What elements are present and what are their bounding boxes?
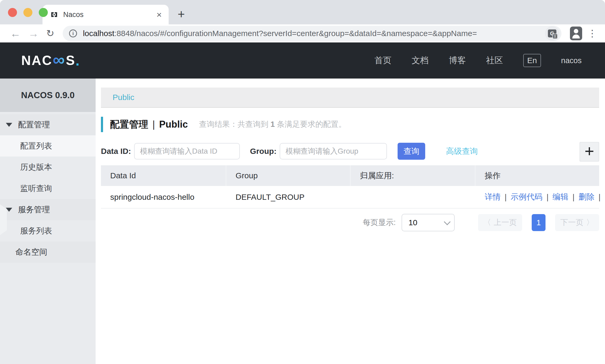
profile-icon[interactable] [570,27,582,40]
namespace-tab-public[interactable]: Public [113,93,134,102]
browser-toolbar: ← → ↻ i localhost:8848/nacos/#/configura… [0,24,605,42]
url-path: :8848/nacos/#/configurationManagement?se… [114,29,477,38]
table-row: springcloud-nacos-hello DEFAULT_GROUP 详情… [101,186,599,209]
logo-dot: . [75,53,80,68]
config-table: Data Id Group 归属应用: 操作 springcloud-nacos… [101,165,599,209]
add-config-button[interactable]: + [580,142,599,162]
dataid-label: Data ID: [101,147,131,156]
reload-icon[interactable]: ↻ [46,29,54,38]
page-size-value: 10 [408,218,417,227]
query-result-summary: 查询结果：共查询到1条满足要求的配置。 [199,119,346,130]
sidebar-group-label: 服务管理 [18,204,50,215]
new-tab-icon[interactable]: + [178,8,185,20]
action-separator: | [547,193,549,202]
url-host: localhost [83,29,114,38]
page-title: 配置管理 | Public [110,118,188,131]
sidebar-menu: 配置管理 配置列表 历史版本 监听查询 服务管理 服务列表 [0,112,96,263]
sidebar-collapse-handle[interactable] [0,204,7,235]
browser-tab-nacos[interactable]: Nacos × [42,5,169,24]
next-page-button[interactable]: 下一页 〉 [555,214,599,231]
title-accent-bar [101,117,103,132]
cell-dataid: springcloud-nacos-hello [101,186,226,208]
column-header-actions: 操作 [475,165,599,186]
advanced-query-link[interactable]: 高级查询 [446,146,478,157]
sidebar-item-listening-query[interactable]: 监听查询 [0,178,96,199]
sidebar-group-label: 配置管理 [18,119,50,130]
sidebar-item-service-list[interactable]: 服务列表 [0,220,96,241]
group-label: Group: [250,147,276,156]
next-label: 下一页 [560,217,583,228]
column-header-app: 归属应用: [351,165,475,186]
minimize-window-button[interactable] [23,8,32,17]
action-separator: | [598,193,600,202]
username[interactable]: nacos [561,56,582,65]
page-size-select[interactable]: 10 [402,214,455,231]
namespace-tabbar: Public [101,88,599,108]
action-separator: | [573,193,575,202]
action-details-link[interactable]: 详情 [485,192,501,202]
back-icon[interactable]: ← [10,28,21,39]
prev-page-button[interactable]: 〈 上一页 [478,214,522,231]
nacos-favicon-icon [50,10,58,19]
url-text[interactable]: localhost:8848/nacos/#/configurationMana… [83,29,545,38]
summary-count: 1 [270,120,275,128]
action-delete-link[interactable]: 删除 [578,192,594,202]
url-bar[interactable]: i localhost:8848/nacos/#/configurationMa… [63,26,561,41]
pagination: 每页显示: 10 〈 上一页 1 下一页 〉 [101,214,599,231]
action-separator: | [505,193,507,202]
action-edit-link[interactable]: 编辑 [553,192,569,202]
browser-menu-icon[interactable]: ⋮ [587,28,597,39]
logo-text-right: S [66,54,75,67]
app-header: NAC∞S. 首页 文档 博客 社区 En nacos [0,42,605,79]
app-shell: NACOS 0.9.0 配置管理 配置列表 历史版本 监听查询 服务管理 [0,79,605,364]
chevron-down-icon [6,123,12,127]
window-controls [8,8,48,17]
cell-group: DEFAULT_GROUP [226,186,351,208]
next-arrow-icon: 〉 [586,217,594,228]
forward-icon[interactable]: → [28,28,39,39]
prev-label: 上一页 [494,217,517,228]
nav-home[interactable]: 首页 [374,55,391,66]
cell-app [351,186,475,208]
sidebar-item-label: 服务列表 [20,226,52,236]
close-tab-icon[interactable]: × [156,10,162,19]
app-nav: 首页 文档 博客 社区 En nacos [374,54,582,67]
sidebar-item-namespace[interactable]: 命名空间 [0,241,96,263]
translate-cjk-glyph: 文 [552,34,558,39]
dataid-input[interactable] [134,143,240,159]
sidebar-group-config-management[interactable]: 配置管理 [0,114,96,135]
site-info-icon[interactable]: i [69,29,77,37]
maximize-window-button[interactable] [39,8,48,17]
chevron-down-icon [444,218,450,225]
summary-prefix: 查询结果：共查询到 [199,120,268,128]
translate-icon[interactable]: G 文 [545,26,559,41]
language-toggle-button[interactable]: En [523,54,541,67]
sidebar-item-config-list[interactable]: 配置列表 [0,135,96,157]
tab-strip: Nacos × + [0,0,605,24]
pager: 〈 上一页 1 下一页 〉 [478,214,599,231]
action-sample-code-link[interactable]: 示例代码 [511,192,543,202]
nav-docs[interactable]: 文档 [412,55,429,66]
sidebar-item-label: 配置列表 [20,141,52,151]
tab-title: Nacos [63,11,84,19]
sidebar-item-label: 监听查询 [20,183,52,194]
column-header-dataid: Data Id [101,165,226,186]
close-window-button[interactable] [8,8,17,17]
cell-actions: 详情 | 示例代码 | 编辑 | 删除 | 更多 [475,186,605,208]
group-input[interactable] [280,143,387,159]
nav-community[interactable]: 社区 [486,55,503,66]
logo-text-left: NAC [21,54,52,67]
sidebar: NACOS 0.9.0 配置管理 配置列表 历史版本 监听查询 服务管理 [0,79,96,364]
sidebar-version-title: NACOS 0.9.0 [0,79,96,112]
prev-arrow-icon: 〈 [483,217,491,228]
query-button[interactable]: 查询 [398,143,425,160]
search-form: Data ID: Group: 查询 高级查询 + [101,141,599,162]
nav-blog[interactable]: 博客 [449,55,466,66]
page-title-text: 配置管理 [110,118,148,131]
sidebar-item-history-versions[interactable]: 历史版本 [0,157,96,178]
column-header-group: Group [226,165,351,186]
summary-suffix: 条满足要求的配置。 [277,120,346,128]
nacos-logo[interactable]: NAC∞S. [21,52,80,69]
sidebar-group-service-management[interactable]: 服务管理 [0,199,96,220]
current-page-button[interactable]: 1 [532,214,546,231]
